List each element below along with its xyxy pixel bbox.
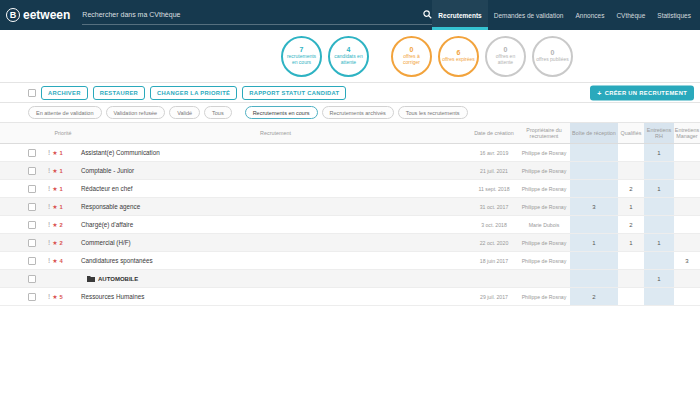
table-row: !★2Chargé(e) d'affaire3 oct. 2018Marie D… bbox=[0, 216, 700, 234]
select-all-checkbox[interactable] bbox=[28, 89, 36, 97]
rh-interviews-count[interactable]: 1 bbox=[644, 234, 674, 251]
filter-status-validation-refusee[interactable]: Validation refusée bbox=[106, 106, 166, 119]
table-row: !★1Rédacteur en chef11 sept. 2018Philipp… bbox=[0, 180, 700, 198]
inbox-count[interactable]: 3 bbox=[570, 198, 618, 215]
priority-star-icon[interactable]: ★ bbox=[52, 186, 57, 192]
recruitment-title[interactable]: Assistant(e) Communication bbox=[81, 149, 160, 156]
priority-flag-icon[interactable]: ! bbox=[48, 149, 50, 156]
toolbar-button-rapport-statut-candidat[interactable]: RAPPORT STATUT CANDIDAT bbox=[242, 86, 346, 100]
row-checkbox[interactable] bbox=[28, 149, 36, 157]
manager-interviews-count bbox=[674, 216, 700, 233]
column-header-boite-de-reception[interactable]: Boîte de réception bbox=[570, 123, 618, 143]
stat-circle-offres-publiees[interactable]: 0offres publiées bbox=[532, 36, 573, 77]
column-header-recrutement[interactable]: Recrutement bbox=[78, 123, 470, 143]
folder-name[interactable]: AUTOMOBILE bbox=[98, 276, 138, 282]
priority-value: 4 bbox=[60, 258, 63, 264]
recruitment-title[interactable]: Commercial (H/F) bbox=[81, 239, 131, 246]
priority-flag-icon[interactable]: ! bbox=[48, 185, 50, 192]
column-header-date-de-creation[interactable]: Date de création bbox=[470, 123, 518, 143]
row-creation-date: 21 juil. 2021 bbox=[470, 162, 518, 179]
recruitment-title[interactable]: Rédacteur en chef bbox=[81, 185, 132, 192]
search-input[interactable]: Rechercher dans ma CVthèque bbox=[82, 11, 180, 18]
column-header-entretiens-manager[interactable]: Entretiens Manager bbox=[674, 123, 700, 143]
toolbar-button-restaurer[interactable]: RESTAURER bbox=[93, 86, 145, 100]
recruitment-title[interactable]: Comptable - Junior bbox=[81, 167, 134, 174]
rh-interviews-count[interactable]: 1 bbox=[644, 180, 674, 197]
priority-star-icon[interactable]: ★ bbox=[52, 168, 57, 174]
nav-item-cvtheque[interactable]: CVthèque bbox=[610, 0, 651, 30]
filter-scope-recrutements-archives[interactable]: Recrutements archivés bbox=[322, 106, 394, 119]
nav-item-demandes-de-validation[interactable]: Demandes de validation bbox=[488, 0, 570, 30]
priority-flag-icon[interactable]: ! bbox=[48, 167, 50, 174]
qualified-count[interactable]: 2 bbox=[618, 180, 644, 197]
stat-circle-offres-en-attente[interactable]: 0offres en attente bbox=[485, 36, 526, 77]
priority-flag-icon[interactable]: ! bbox=[48, 239, 50, 246]
column-header-qualifies[interactable]: Qualifiés bbox=[618, 123, 644, 143]
nav-item-recrutements[interactable]: Recrutements bbox=[432, 0, 487, 30]
stat-circle-offres-expirees[interactable]: 6offres expirées bbox=[438, 36, 479, 77]
rh-interviews-count bbox=[644, 216, 674, 233]
logo-text: eetween bbox=[23, 8, 70, 22]
toolbar-button-group: ARCHIVERRESTAURERCHANGER LA PRIORITÉRAPP… bbox=[41, 86, 346, 100]
create-recruitment-button[interactable]: + CRÉER UN RECRUTEMENT bbox=[590, 85, 694, 100]
row-title-cell: Ressources Humaines bbox=[78, 288, 470, 305]
toolbar-button-archiver[interactable]: ARCHIVER bbox=[41, 86, 88, 100]
filter-status-en-attente-de-validation[interactable]: En attente de validation bbox=[28, 106, 102, 119]
column-header-priorite[interactable]: Priorité bbox=[48, 123, 78, 143]
row-checkbox[interactable] bbox=[28, 221, 36, 229]
row-creation-date: 11 sept. 2018 bbox=[470, 180, 518, 197]
search-bar[interactable]: Rechercher dans ma CVthèque bbox=[82, 6, 432, 25]
stat-circle-recrutements-en-cours[interactable]: 7recrutements en cours bbox=[281, 36, 322, 77]
filter-scope-recrutements-en-cours[interactable]: Recrutements en cours bbox=[245, 106, 318, 119]
priority-flag-icon[interactable]: ! bbox=[48, 257, 50, 264]
priority-value: 2 bbox=[60, 222, 63, 228]
priority-flag-icon[interactable]: ! bbox=[48, 221, 50, 228]
app-logo[interactable]: B eetween bbox=[6, 0, 70, 30]
inbox-count bbox=[570, 270, 618, 287]
row-priority-cell: !★2 bbox=[48, 234, 78, 251]
nav-item-statistiques[interactable]: Statistiques bbox=[651, 0, 697, 30]
priority-star-icon[interactable]: ★ bbox=[52, 258, 57, 264]
rh-interviews-count[interactable]: 1 bbox=[644, 144, 674, 161]
row-checkbox[interactable] bbox=[28, 167, 36, 175]
row-title-cell: Candidatures spontanées bbox=[78, 252, 470, 269]
recruitment-title[interactable]: Chargé(e) d'affaire bbox=[81, 221, 133, 228]
column-header-proprietaire-du-recrutement[interactable]: Propriétaire du recrutement bbox=[518, 123, 570, 143]
qualified-count[interactable]: 1 bbox=[618, 234, 644, 251]
row-checkbox[interactable] bbox=[28, 185, 36, 193]
priority-flag-icon[interactable]: ! bbox=[48, 203, 50, 210]
priority-star-icon[interactable]: ★ bbox=[52, 240, 57, 246]
manager-interviews-count bbox=[674, 198, 700, 215]
column-header-entretiens-rh[interactable]: Entretiens RH bbox=[644, 123, 674, 143]
recruitment-title[interactable]: Ressources Humaines bbox=[81, 293, 144, 300]
filter-status-tous[interactable]: Tous bbox=[204, 106, 232, 119]
stat-circle-candidats-en-attente[interactable]: 4candidats en attente bbox=[328, 36, 369, 77]
priority-star-icon[interactable]: ★ bbox=[52, 294, 57, 300]
inbox-count[interactable]: 2 bbox=[570, 288, 618, 305]
priority-flag-icon[interactable]: ! bbox=[48, 293, 50, 300]
row-owner: Philippe de Rosnay bbox=[518, 162, 570, 179]
nav-item-annonces[interactable]: Annonces bbox=[569, 0, 610, 30]
filter-status-valide[interactable]: Validé bbox=[169, 106, 200, 119]
row-checkbox[interactable] bbox=[28, 203, 36, 211]
row-checkbox[interactable] bbox=[28, 275, 36, 283]
rh-interviews-count[interactable]: 1 bbox=[644, 270, 674, 287]
manager-interviews-count[interactable]: 3 bbox=[674, 252, 700, 269]
filter-scope-tous-les-recrutements[interactable]: Tous les recrutements bbox=[398, 106, 468, 119]
recruitment-title[interactable]: Candidatures spontanées bbox=[81, 257, 153, 264]
search-icon[interactable] bbox=[423, 10, 432, 19]
recruitment-title[interactable]: Responsable agence bbox=[81, 203, 140, 210]
inbox-count[interactable]: 1 bbox=[570, 234, 618, 251]
priority-star-icon[interactable]: ★ bbox=[52, 204, 57, 210]
qualified-count[interactable]: 1 bbox=[618, 198, 644, 215]
row-checkbox[interactable] bbox=[28, 239, 36, 247]
rh-interviews-count bbox=[644, 288, 674, 305]
stat-circle-offres-a-corriger[interactable]: 0offres à corriger bbox=[391, 36, 432, 77]
priority-star-icon[interactable]: ★ bbox=[52, 150, 57, 156]
toolbar-button-changer-la-priorite[interactable]: CHANGER LA PRIORITÉ bbox=[150, 86, 237, 100]
qualified-count[interactable]: 2 bbox=[618, 216, 644, 233]
priority-star-icon[interactable]: ★ bbox=[52, 222, 57, 228]
row-checkbox[interactable] bbox=[28, 257, 36, 265]
row-priority-cell: !★5 bbox=[48, 288, 78, 305]
row-checkbox[interactable] bbox=[28, 293, 36, 301]
